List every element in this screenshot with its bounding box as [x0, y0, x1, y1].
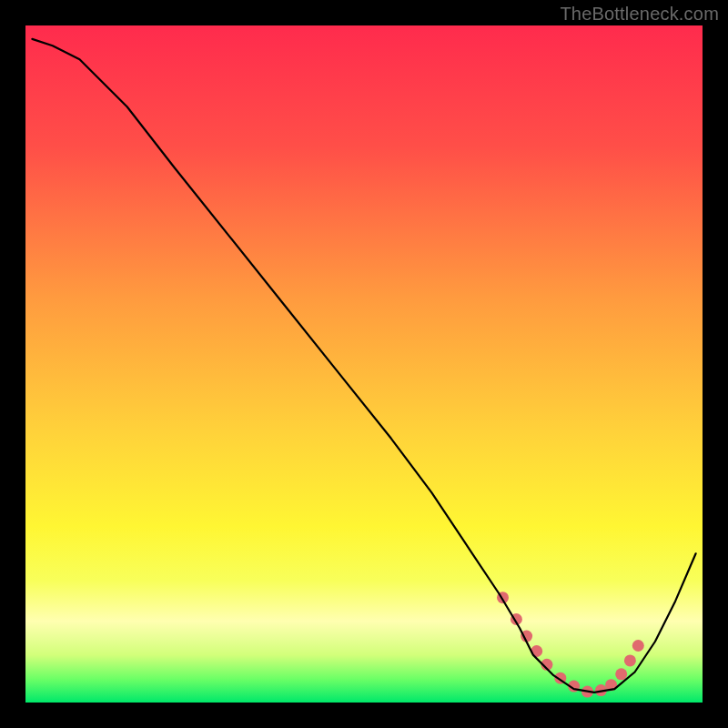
bottleneck-chart — [0, 0, 728, 728]
optimal-dot — [624, 654, 636, 666]
chart-frame: { "watermark": "TheBottleneck.com", "cha… — [0, 0, 728, 728]
plot-background — [25, 25, 703, 703]
watermark-text: TheBottleneck.com — [560, 4, 719, 25]
optimal-dot — [615, 668, 627, 680]
optimal-dot — [632, 640, 644, 652]
